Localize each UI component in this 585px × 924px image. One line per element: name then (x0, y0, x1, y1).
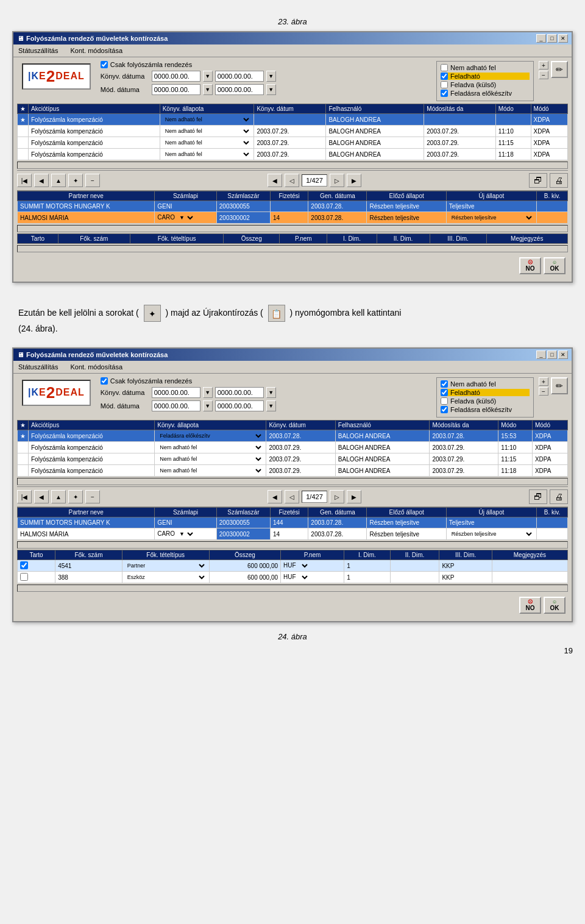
refresh-icon-btn[interactable]: 🗗 (529, 173, 547, 188)
w2-next2-btn[interactable]: ▶ (347, 490, 361, 503)
del-btn[interactable]: − (85, 174, 100, 187)
feladasra-checkbox[interactable] (441, 90, 448, 97)
w2-teteltipus-select2[interactable]: Eszköz (125, 572, 207, 582)
konyv-datum-input1[interactable] (152, 71, 200, 82)
no-button[interactable]: ☹ NO (519, 257, 541, 274)
w2-up-btn[interactable]: ▲ (51, 490, 66, 503)
logo: |KE2DEAL (22, 63, 91, 90)
w2-caro-select[interactable]: ▼ (177, 529, 195, 539)
w2-bkiv-cell2 (536, 528, 567, 540)
w2-allapot-select4[interactable]: Nem adható fel (157, 466, 263, 475)
close-button[interactable]: ✕ (558, 34, 568, 43)
allapot-select[interactable]: Nem adható fel (163, 149, 252, 159)
w2-nextpage-btn[interactable]: ▷ (330, 490, 344, 503)
w2-mod-datum-btn2[interactable]: ▼ (266, 400, 276, 411)
w2-partner-table-scrollbar[interactable] (17, 541, 568, 549)
w2-feladva-checkbox[interactable] (441, 397, 448, 405)
szamlaszar-cell: 200300055 (216, 201, 270, 212)
w2-konyv-datum-input1[interactable] (152, 387, 200, 398)
mod-datum-input2[interactable] (215, 84, 264, 95)
w2-minimize-button[interactable]: _ (536, 350, 546, 359)
mod-datum-input1[interactable] (152, 84, 200, 95)
minus-btn[interactable]: − (539, 71, 548, 79)
print-icon-btn[interactable]: 🖨 (550, 173, 568, 188)
w2-maximize-button[interactable]: □ (547, 350, 557, 359)
w2-refresh-icon-btn[interactable]: 🗗 (529, 489, 547, 504)
w2-mod-datum-input2[interactable] (215, 400, 264, 411)
mod-datum-btn1[interactable]: ▼ (203, 84, 213, 95)
w2-menu-kont[interactable]: Kont. módosítása (68, 362, 125, 372)
w2-konyv-datum-btn2[interactable]: ▼ (266, 387, 276, 398)
w2-mod-datum-btn1[interactable]: ▼ (203, 400, 213, 411)
minimize-button[interactable]: _ (536, 34, 546, 43)
w2-ok-button[interactable]: ☺ OK (544, 597, 566, 614)
caro-select[interactable]: ▼ (177, 213, 195, 222)
w2-mod-datum-input1[interactable] (152, 400, 200, 411)
w2-prev2-btn[interactable]: ◀ (268, 490, 282, 503)
w2-allapot-select2[interactable]: Nem adható fel (157, 442, 263, 452)
w2-close-button[interactable]: ✕ (558, 350, 568, 359)
w2-feladasra-checkbox[interactable] (441, 406, 448, 413)
w2-konyv-datum-input2[interactable] (215, 387, 264, 398)
w2-minus-btn[interactable]: − (539, 387, 548, 396)
menu-kont[interactable]: Kont. módosítása (68, 46, 125, 55)
w2-first-btn[interactable]: |◀ (17, 490, 32, 503)
w2-pnem-select1[interactable]: ▼ (297, 561, 310, 570)
w2-allapot-select3[interactable]: Nem adható fel (157, 454, 263, 464)
w2-no-button[interactable]: ☹ NO (519, 597, 541, 614)
feladhato-checkbox[interactable] (441, 73, 448, 80)
w2-uj-select[interactable]: Részben teljesítve (449, 529, 534, 539)
w2-prevpage-btn[interactable]: ◁ (285, 490, 299, 503)
uj-select[interactable]: Részben teljesítve (449, 213, 534, 222)
w2-plus-btn[interactable]: + (539, 377, 548, 386)
allapot-select[interactable]: Nem adható fel (163, 115, 252, 124)
edit-icon-btn[interactable]: ✏ (551, 61, 568, 78)
allapot-select[interactable]: Nem adható fel (163, 126, 252, 136)
w2-detail-table-scrollbar[interactable] (17, 585, 568, 592)
allapot-select[interactable]: Nem adható fel (163, 138, 252, 147)
plus-btn[interactable]: + (539, 61, 548, 69)
menu-statusz[interactable]: Státuszállítás (16, 46, 60, 55)
w2-del-btn[interactable]: − (85, 490, 100, 503)
w2-nem-checkbox[interactable] (441, 380, 448, 388)
w2-teteltipus-select1[interactable]: Partner (125, 561, 207, 570)
w2-tarto-check[interactable] (20, 561, 28, 569)
w2-add-btn[interactable]: ✦ (68, 490, 83, 503)
up-btn[interactable]: ▲ (51, 174, 66, 187)
w2-menu-statusz[interactable]: Státuszállítás (16, 362, 60, 372)
partner-nev-cell: HALMOSI MÁRIA (18, 212, 155, 224)
konyv-datum-btn2[interactable]: ▼ (266, 71, 276, 82)
w2-csak-checkbox[interactable] (101, 377, 108, 385)
main-table-scrollbar[interactable] (17, 162, 568, 169)
konyv-datum-btn1[interactable]: ▼ (203, 71, 213, 82)
w2-konyv-datum-btn1[interactable]: ▼ (203, 387, 213, 398)
nextpage-btn[interactable]: ▷ (330, 174, 344, 187)
w2-pnem-select2[interactable]: ▼ (297, 572, 310, 582)
w2-print-icon-btn[interactable]: 🖨 (550, 489, 568, 504)
szamlapi-cell: GENI (155, 201, 217, 212)
w2-allapot-select1[interactable]: Feladásra előkészítv (157, 431, 263, 441)
detail-table-scrollbar[interactable] (17, 245, 568, 252)
mod-datum-btn2[interactable]: ▼ (266, 84, 276, 95)
next2-btn[interactable]: ▶ (347, 174, 361, 187)
w2-edit-icon-btn[interactable]: ✏ (551, 377, 568, 394)
ok-button[interactable]: ☺ OK (544, 257, 566, 274)
th-star: ★ (18, 104, 29, 114)
prevpage-btn[interactable]: ◁ (285, 174, 299, 187)
prev-btn[interactable]: ◀ (34, 174, 49, 187)
w2-main-table-scrollbar[interactable] (17, 478, 568, 485)
w2-feladhato-checkbox[interactable] (441, 389, 448, 396)
konyv-datum-input2[interactable] (215, 71, 264, 82)
csak-checkbox[interactable] (101, 61, 108, 68)
table-row: Folyószámla kompenzáció Nem adható fel 2… (18, 465, 568, 477)
feladva-checkbox[interactable] (441, 81, 448, 88)
w2-tarto-check2[interactable] (20, 573, 28, 581)
nem-checkbox[interactable] (441, 64, 448, 71)
add-btn[interactable]: ✦ (68, 174, 83, 187)
prev2-btn[interactable]: ◀ (268, 174, 282, 187)
first-btn[interactable]: |◀ (17, 174, 32, 187)
w2-prev-btn[interactable]: ◀ (34, 490, 49, 503)
w2-star-cell (18, 442, 29, 453)
partner-table-scrollbar[interactable] (17, 225, 568, 232)
maximize-button[interactable]: □ (547, 34, 557, 43)
